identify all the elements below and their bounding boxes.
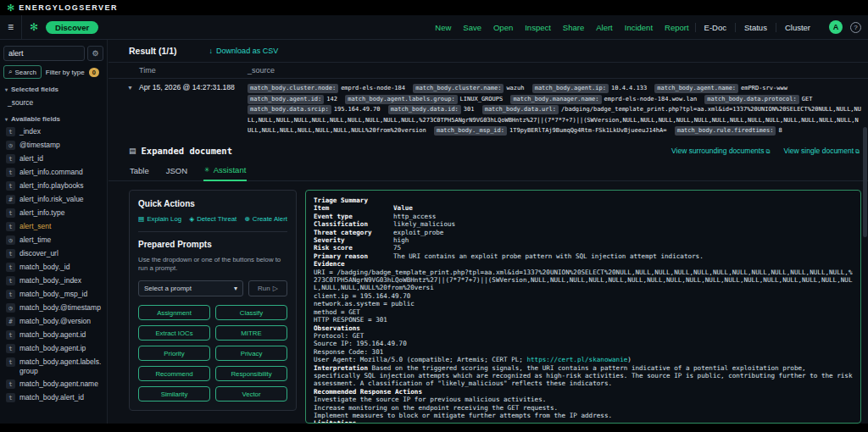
- field-label: match_body.@version: [19, 317, 91, 326]
- prompt-button-responsibility[interactable]: Responsibility: [215, 366, 287, 381]
- tab-label: Table: [130, 166, 149, 175]
- field-item-discover_url[interactable]: tdiscover_url: [0, 247, 107, 261]
- field-item-_index[interactable]: t_index: [0, 125, 107, 139]
- field-type-icon: t: [6, 263, 15, 272]
- field-item-alert_info.playbooks[interactable]: talert_info.playbooks: [0, 180, 107, 193]
- prompt-button-mitre[interactable]: MITRE: [215, 325, 287, 341]
- index-pattern-search-input[interactable]: [3, 46, 85, 61]
- nav-link-status[interactable]: Status: [735, 23, 776, 32]
- assistant-output: Triage SummaryItemValueEvent typehttp_ac…: [314, 197, 853, 424]
- prompt-button-recommend[interactable]: Recommend: [138, 366, 210, 381]
- available-fields-title: ▾ Available fields: [5, 115, 102, 123]
- field-item-alert_sent[interactable]: talert_sent: [0, 220, 107, 234]
- prompt-button-priority[interactable]: Priority: [138, 346, 210, 361]
- source-cell: match_body.cluster.node:emprd-els-node-1…: [248, 83, 861, 137]
- prompt-button-extract-iocs[interactable]: Extract IOCs: [138, 325, 210, 341]
- assistant-kv-value: likely_malicious: [393, 220, 455, 228]
- field-item-alert_info.risk_value[interactable]: #alert_info.risk_value: [0, 193, 107, 207]
- field-item-alert_info.type[interactable]: talert_info.type: [0, 207, 107, 220]
- field-item-match_body.@timestamp[interactable]: ◷match_body.@timestamp: [0, 302, 107, 315]
- expand-row-caret[interactable]: ▼: [127, 83, 139, 137]
- field-item-match_body.agent.labels.group[interactable]: tmatch_body.agent.labels.group: [0, 356, 107, 378]
- quick-action-create-alert[interactable]: ⊕Create Alert: [244, 215, 287, 223]
- quick-action-explain-log[interactable]: ▤Explain Log: [138, 215, 181, 223]
- source-key: match_body.rule.mail:: [248, 137, 328, 138]
- assistant-kv-row: Primary reasonThe URI contains an exploi…: [314, 252, 853, 260]
- tab-json[interactable]: JSON: [165, 163, 188, 180]
- source-value: 142: [326, 96, 337, 102]
- field-item-match_body.agent.id[interactable]: tmatch_body.agent.id: [0, 329, 107, 342]
- source-key: match_body._msp_id:: [434, 126, 507, 136]
- page-scrollbar[interactable]: [863, 127, 867, 237]
- assistant-link[interactable]: https://cert.pl/skanowanie: [526, 356, 627, 363]
- field-item-match_body._index[interactable]: tmatch_body._index: [0, 274, 107, 288]
- run-button[interactable]: Run ▷: [248, 280, 287, 296]
- field-item-@timestamp[interactable]: ◷@timestamp: [0, 139, 107, 152]
- prompt-select[interactable]: Select a prompt ▾: [138, 280, 243, 296]
- assistant-paragraph: Response Code: 301: [314, 348, 853, 356]
- assistant-paragraph: Implement measures to block or mitigate …: [314, 412, 853, 419]
- nav-link-open[interactable]: Open: [493, 23, 513, 32]
- menu-icon[interactable]: ≡: [0, 15, 22, 39]
- assistant-kv-row: ItemValue: [314, 204, 853, 212]
- prompt-button-vector[interactable]: Vector: [215, 386, 287, 402]
- field-type-icon: t: [6, 181, 15, 191]
- help-icon[interactable]: ?: [850, 22, 861, 33]
- field-item-match_body._id[interactable]: tmatch_body._id: [0, 261, 107, 274]
- source-key: match_body.agent.ip:: [532, 84, 609, 93]
- run-label: Run: [258, 285, 270, 292]
- nav-link-save[interactable]: Save: [463, 23, 481, 32]
- quick-action-label: Explain Log: [147, 215, 181, 223]
- field-label: alert_info.type: [19, 208, 64, 218]
- quick-action-detect-threat[interactable]: ◈Detect Threat: [189, 215, 236, 223]
- prompt-button-privacy[interactable]: Privacy: [215, 346, 287, 361]
- nav-bar: ≡ ✻ Discover NewSaveOpenInspectShareAler…: [0, 15, 868, 40]
- assistant-paragraph: Protocol: GET: [314, 332, 853, 340]
- field-item-alert_time[interactable]: ◷alert_time: [0, 234, 107, 247]
- field-item-match_body.alert_id[interactable]: tmatch_body.alert_id: [0, 391, 107, 405]
- nav-link-alert[interactable]: Alert: [596, 23, 613, 32]
- source-value: 301: [464, 106, 475, 113]
- field-settings-icon[interactable]: ⚙: [87, 46, 103, 61]
- download-csv-link[interactable]: ↓ Download as CSV: [209, 47, 279, 55]
- prompt-button-classify[interactable]: Classify: [215, 305, 287, 320]
- field-item-match_body.agent.ip[interactable]: tmatch_body.agent.ip: [0, 342, 107, 356]
- tab-assistant[interactable]: ✳Assistant: [203, 163, 247, 181]
- nav-link-new[interactable]: New: [435, 23, 451, 32]
- time-column-header[interactable]: Time: [139, 66, 248, 75]
- nav-link-incident[interactable]: Incident: [625, 23, 653, 32]
- field-label: alert_id: [19, 154, 43, 163]
- view-link-view-single-document[interactable]: View single document⧉: [783, 147, 860, 155]
- top-header-bar: ✻ ENERGYLOGSERVER: [0, 0, 868, 15]
- nav-link-e-doc[interactable]: E-Doc: [695, 23, 735, 32]
- field-item-match_body.agent.name[interactable]: tmatch_body.agent.name: [0, 378, 107, 391]
- nav-link-share[interactable]: Share: [563, 23, 584, 32]
- user-avatar[interactable]: A: [829, 20, 843, 34]
- nav-link-inspect[interactable]: Inspect: [525, 23, 551, 32]
- field-label: match_body.alert_id: [19, 393, 84, 402]
- field-item-alert_id[interactable]: talert_id: [0, 152, 107, 166]
- filter-by-type-button[interactable]: Filter by type: [46, 69, 85, 76]
- prompt-button-assignment[interactable]: Assignment: [138, 305, 210, 320]
- prompt-button-similarity[interactable]: Similarity: [138, 386, 210, 402]
- assistant-kv-key: Severity: [314, 236, 393, 244]
- field-type-icon: #: [6, 195, 15, 204]
- field-type-icon: t: [6, 127, 15, 136]
- field-item-match_body.@version[interactable]: #match_body.@version: [0, 315, 107, 329]
- quick-action-label: Detect Threat: [197, 215, 236, 223]
- discover-app-button[interactable]: Discover: [46, 21, 98, 34]
- field-item-alert_info.command[interactable]: talert_info.command: [0, 166, 107, 180]
- nav-link-cluster[interactable]: Cluster: [776, 23, 819, 32]
- view-link-view-surrounding-documents[interactable]: View surrounding documents⧉: [671, 147, 770, 155]
- nav-link-report[interactable]: Report: [665, 23, 689, 32]
- tab-table[interactable]: Table: [129, 163, 150, 180]
- expanded-doc-links: View surrounding documents⧉View single d…: [671, 147, 860, 155]
- download-csv-label: Download as CSV: [216, 47, 278, 55]
- field-search-button[interactable]: ⌕ Search: [3, 65, 42, 79]
- assistant-kv-key: Event type: [314, 213, 393, 220]
- nav-links-green: NewSaveOpenInspectShareAlertIncidentRepo…: [429, 23, 694, 32]
- prepared-prompts-title: Prepared Prompts: [138, 240, 287, 249]
- selected-field-list: _source: [0, 96, 107, 109]
- field-item-_source[interactable]: _source: [0, 96, 107, 109]
- field-item-match_body._msp_id[interactable]: tmatch_body._msp_id: [0, 288, 107, 302]
